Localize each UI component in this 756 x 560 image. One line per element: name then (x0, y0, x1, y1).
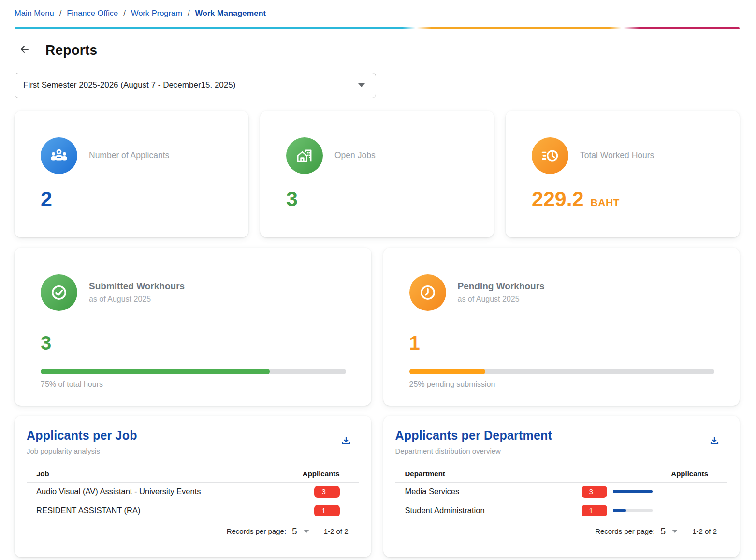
jobs-table-title: Applicants per Job (27, 428, 340, 442)
progress-subtitle: as of August 2025 (89, 295, 185, 304)
job-name: Audio Visual (AV) Assistant - University… (36, 487, 201, 496)
download-icon[interactable] (340, 435, 352, 449)
job-name: RESIDENT ASSISTANT (RA) (36, 506, 140, 515)
page-title: Reports (45, 43, 97, 58)
chevron-down-icon (358, 83, 365, 87)
progress-subtitle: as of August 2025 (458, 295, 545, 304)
submitted-progress-fill (41, 369, 270, 374)
applicants-badge: 3 (582, 486, 607, 498)
column-applicants: Applicants (671, 470, 708, 478)
stat-card-open-jobs: Open Jobs 3 (260, 111, 494, 237)
back-button[interactable] (16, 42, 33, 59)
chevron-down-icon[interactable] (672, 530, 678, 533)
reports-page: Main Menu / Finance Office / Work Progra… (0, 0, 756, 557)
back-arrow-icon (19, 44, 30, 57)
check-circle-icon (41, 274, 77, 311)
applicants-badge: 3 (314, 486, 340, 498)
departments-table-subtitle: Department distribution overview (395, 447, 709, 455)
stat-card-worked-hours: Total Worked Hours 229.2 BAHT (506, 111, 740, 237)
breadcrumb-separator: / (59, 9, 62, 18)
building-icon (286, 137, 323, 174)
records-per-page-value[interactable]: 5 (292, 526, 297, 537)
tables-row: Applicants per Job Job popularity analys… (15, 416, 740, 557)
pending-progressbar (409, 369, 715, 374)
semester-select-value: First Semester 2025-2026 (August 7 - Dec… (23, 80, 358, 90)
stat-label: Open Jobs (334, 150, 376, 161)
departments-table-header: Department Applicants (395, 465, 728, 483)
breadcrumb-work-management[interactable]: Work Management (195, 9, 266, 18)
stat-card-applicants: Number of Applicants 2 (15, 111, 248, 237)
pagination-range: 1-2 of 2 (324, 527, 349, 535)
page-header: Reports (15, 42, 741, 59)
pending-workhours-card: Pending Workhours as of August 2025 1 25… (383, 248, 740, 406)
jobs-table-subtitle: Job popularity analysis (27, 447, 340, 455)
applicants-per-department-card: Applicants per Department Department dis… (383, 416, 740, 557)
column-applicants: Applicants (303, 470, 340, 478)
applicants-bar-fill (613, 509, 626, 512)
submitted-progressbar (41, 369, 346, 374)
stat-value-applicants: 2 (41, 187, 229, 211)
stat-value-worked-hours: 229.2 BAHT (532, 187, 720, 211)
breadcrumb-finance-office[interactable]: Finance Office (67, 9, 118, 18)
breadcrumb-work-program[interactable]: Work Program (131, 9, 182, 18)
download-icon[interactable] (709, 435, 720, 449)
submitted-workhours-card: Submitted Workhours as of August 2025 3 … (15, 248, 371, 406)
progress-cards-row: Submitted Workhours as of August 2025 3 … (15, 248, 740, 406)
records-per-page-label: Records per page: (595, 527, 654, 535)
applicants-badge: 1 (314, 505, 340, 516)
tricolor-divider (15, 27, 740, 29)
table-row[interactable]: Audio Visual (AV) Assistant - University… (27, 483, 359, 501)
stat-label: Total Worked Hours (580, 150, 654, 161)
records-per-page-value[interactable]: 5 (661, 526, 666, 537)
people-group-icon (41, 137, 77, 174)
progress-title: Pending Workhours (458, 281, 545, 292)
stat-unit: BAHT (591, 197, 620, 208)
jobs-table-header: Job Applicants (27, 465, 359, 483)
applicants-per-job-card: Applicants per Job Job popularity analys… (15, 416, 371, 557)
submitted-caption: 75% of total hours (41, 380, 346, 389)
pending-value: 1 (409, 332, 715, 354)
records-per-page-label: Records per page: (227, 527, 286, 535)
clock-icon (409, 274, 446, 311)
semester-select[interactable]: First Semester 2025-2026 (August 7 - Dec… (15, 73, 376, 98)
departments-table-footer: Records per page: 5 1-2 of 2 (395, 520, 728, 543)
stat-number: 229.2 (532, 187, 584, 211)
applicants-bar (613, 490, 653, 493)
stat-number: 3 (286, 187, 298, 211)
column-department: Department (405, 470, 445, 478)
chevron-down-icon[interactable] (304, 530, 309, 533)
department-name: Media Services (405, 487, 582, 496)
pending-progress-fill (409, 369, 486, 374)
pagination-range: 1-2 of 2 (692, 527, 717, 535)
stat-value-open-jobs: 3 (286, 187, 475, 211)
submitted-value: 3 (41, 332, 346, 354)
stat-cards-row: Number of Applicants 2 (15, 111, 740, 237)
applicants-bar-fill (613, 490, 653, 493)
stat-number: 2 (41, 187, 52, 211)
stat-label: Number of Applicants (89, 150, 169, 161)
breadcrumb: Main Menu / Finance Office / Work Progra… (15, 9, 741, 18)
departments-table-title: Applicants per Department (395, 428, 709, 442)
progress-title: Submitted Workhours (89, 281, 185, 292)
applicants-badge: 1 (582, 505, 607, 516)
breadcrumb-main-menu[interactable]: Main Menu (15, 9, 54, 18)
pending-caption: 25% pending submission (409, 380, 715, 389)
jobs-table-footer: Records per page: 5 1-2 of 2 (27, 520, 359, 543)
table-row[interactable]: Student Administration 1 (395, 501, 728, 520)
department-name: Student Administration (405, 506, 582, 515)
clock-speed-icon (532, 137, 568, 174)
breadcrumb-separator: / (188, 9, 190, 18)
table-row[interactable]: Media Services 3 (395, 483, 728, 501)
breadcrumb-separator: / (123, 9, 126, 18)
table-row[interactable]: RESIDENT ASSISTANT (RA) 1 (27, 501, 359, 520)
column-job: Job (36, 470, 49, 478)
applicants-bar (613, 509, 653, 512)
